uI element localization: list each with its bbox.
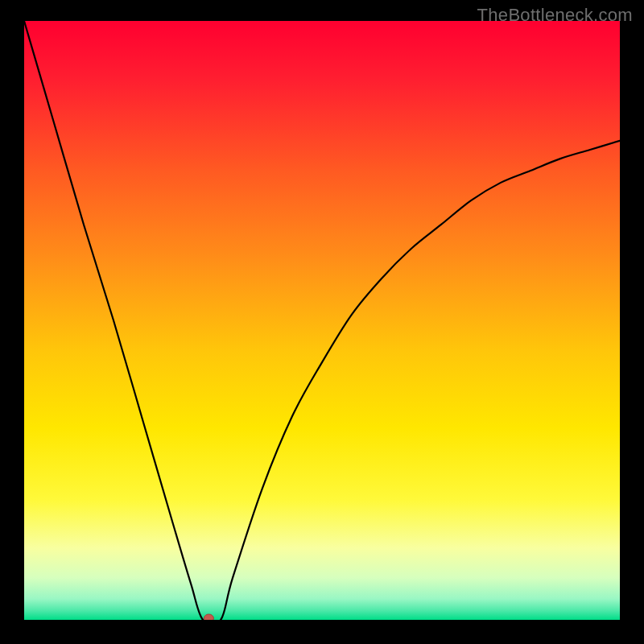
watermark-label: TheBottleneck.com <box>477 5 633 26</box>
chart-frame: TheBottleneck.com <box>0 0 644 644</box>
minimum-marker <box>204 614 213 620</box>
plot-area <box>24 21 620 620</box>
chart-svg <box>24 21 620 620</box>
